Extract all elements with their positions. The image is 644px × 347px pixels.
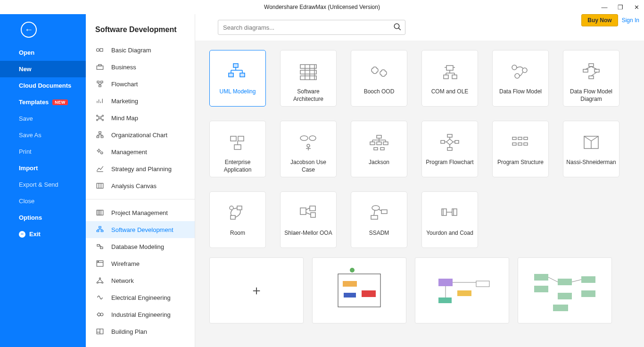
svg-rect-32 xyxy=(97,183,103,189)
svg-rect-145 xyxy=(371,215,378,219)
svg-rect-127 xyxy=(524,137,528,140)
close-button[interactable]: ✕ xyxy=(632,4,641,11)
svg-rect-159 xyxy=(457,290,471,296)
nav-item-new[interactable]: New xyxy=(0,61,86,77)
nav-item-label: New xyxy=(19,66,32,73)
search-icon[interactable] xyxy=(393,23,402,33)
template-card-jacobson-use-case[interactable]: Jacobson Use Case xyxy=(280,121,337,177)
template-card-program-flowchart[interactable]: Program Flowchart xyxy=(421,121,478,177)
svg-point-16 xyxy=(97,119,98,121)
example-template-card[interactable] xyxy=(415,257,509,323)
template-card-nassi-shneiderman[interactable]: Nassi-Shneiderman xyxy=(563,121,619,177)
nav-item-templates[interactable]: TemplatesNEW xyxy=(0,94,86,110)
nav-item-options[interactable]: Options xyxy=(0,209,86,226)
category-item-business[interactable]: Business xyxy=(86,58,195,75)
template-card-enterprise-application[interactable]: Enterprise Application xyxy=(209,121,266,177)
category-item-electrical-engineering[interactable]: Electrical Engineering xyxy=(86,289,195,306)
svg-point-13 xyxy=(99,117,101,119)
category-item-strategy-and-planning[interactable]: Strategy and Planning xyxy=(86,160,195,177)
svg-point-51 xyxy=(98,261,99,262)
nav-item-import[interactable]: Import xyxy=(0,160,86,176)
maximize-button[interactable]: ❐ xyxy=(616,4,625,11)
category-header: Software Development xyxy=(86,14,195,41)
software-icon xyxy=(95,225,105,234)
svg-line-55 xyxy=(98,279,100,282)
category-item-wireframe[interactable]: Wireframe xyxy=(86,255,195,272)
category-item-network[interactable]: Network xyxy=(86,272,195,289)
svg-point-103 xyxy=(307,144,310,147)
blank-template-card[interactable]: ＋ xyxy=(209,257,304,323)
example-template-card[interactable] xyxy=(312,257,406,323)
example-row: ＋ xyxy=(195,257,644,333)
pflow-icon xyxy=(438,131,462,154)
template-card-com-and-ole[interactable]: COM and OLE xyxy=(421,50,478,107)
jackson-icon xyxy=(367,131,391,154)
nav-item-save[interactable]: Save xyxy=(0,110,86,127)
nav-item-print[interactable]: Print xyxy=(0,143,86,160)
template-card-program-structure[interactable]: Program Structure xyxy=(492,121,549,177)
content-topstrip xyxy=(195,14,644,41)
svg-rect-144 xyxy=(381,210,387,214)
template-card-ssadm[interactable]: SSADM xyxy=(351,191,407,248)
template-card-jackson[interactable]: Jackson xyxy=(351,121,407,177)
nav-item-export-send[interactable]: Export & Send xyxy=(0,176,86,193)
yourdon-icon xyxy=(438,201,462,225)
category-item-management[interactable]: Management xyxy=(86,143,195,160)
business-icon xyxy=(95,62,105,72)
titlebar: Wondershare EdrawMax (Unlicensed Version… xyxy=(0,0,644,14)
nav-item-label: Templates xyxy=(19,99,49,106)
dfmd-icon xyxy=(579,60,603,83)
svg-point-15 xyxy=(102,115,104,116)
sign-in-link[interactable]: Sign In xyxy=(622,17,639,24)
nav-item-open[interactable]: Open xyxy=(0,44,86,61)
svg-marker-117 xyxy=(446,139,453,145)
category-item-flowchart[interactable]: Flowchart xyxy=(86,75,195,92)
file-menu-sidebar: OpenNewCloud DocumentsTemplatesNEWSaveSa… xyxy=(0,14,86,347)
template-card-room[interactable]: Room xyxy=(209,191,266,248)
category-item-mind-map[interactable]: Mind Map xyxy=(86,109,195,126)
nav-item-cloud-documents[interactable]: Cloud Documents xyxy=(0,77,86,94)
category-item-organizational-chart[interactable]: Organizational Chart xyxy=(86,126,195,143)
nav-item-label: Save As xyxy=(19,132,41,139)
category-item-database-modeling[interactable]: Database Modeling xyxy=(86,238,195,255)
building-icon xyxy=(95,327,105,336)
template-card-uml-modeling[interactable]: UML Modeling xyxy=(209,50,266,107)
template-card-software-architecture[interactable]: Software Architecture xyxy=(280,50,337,107)
example-template-card[interactable] xyxy=(518,257,612,323)
svg-line-142 xyxy=(306,213,311,215)
category-item-software-development[interactable]: Software Development xyxy=(86,221,195,238)
svg-rect-65 xyxy=(233,64,238,67)
template-card-shlaer-mellor-ooa[interactable]: Shlaer-Mellor OOA xyxy=(280,191,337,248)
nav-item-exit[interactable]: −Exit xyxy=(0,226,86,242)
template-card-yourdon-and-coad[interactable]: Yourdon and Coad xyxy=(421,191,478,248)
svg-point-30 xyxy=(101,152,103,154)
category-item-label: Software Development xyxy=(111,226,173,233)
enterprise-icon xyxy=(226,131,249,154)
template-card-booch-ood[interactable]: Booch OOD xyxy=(351,50,407,107)
arch-icon xyxy=(297,60,320,83)
back-button[interactable] xyxy=(21,22,37,38)
minimize-button[interactable]: — xyxy=(600,4,609,11)
svg-line-21 xyxy=(101,119,102,120)
category-item-marketing[interactable]: Marketing xyxy=(86,92,195,109)
template-card-data-flow-model-diagram[interactable]: Data Flow Model Diagram xyxy=(563,50,619,107)
category-item-analysis-canvas[interactable]: Analysis Canvas xyxy=(86,177,195,194)
category-item-label: Wireframe xyxy=(111,260,140,267)
category-item-project-management[interactable]: Project Management xyxy=(86,204,195,221)
strategy-icon xyxy=(95,164,105,174)
svg-rect-106 xyxy=(377,135,381,138)
svg-rect-156 xyxy=(344,293,356,297)
category-item-building-plan[interactable]: Building Plan xyxy=(86,323,195,340)
svg-point-17 xyxy=(102,119,104,121)
nav-item-save-as[interactable]: Save As xyxy=(0,127,86,143)
category-item-industrial-engineering[interactable]: Industrial Engineering xyxy=(86,306,195,323)
svg-rect-90 xyxy=(589,64,594,66)
nav-item-close[interactable]: Close xyxy=(0,193,86,209)
buy-now-button[interactable]: Buy Now xyxy=(581,14,618,26)
svg-rect-41 xyxy=(101,231,103,232)
template-card-data-flow-model[interactable]: Data Flow Model xyxy=(492,50,549,107)
category-item-basic-diagram[interactable]: Basic Diagram xyxy=(86,41,195,58)
nav-item-label: Close xyxy=(19,198,34,205)
svg-rect-39 xyxy=(99,226,101,228)
search-input[interactable] xyxy=(218,20,405,35)
